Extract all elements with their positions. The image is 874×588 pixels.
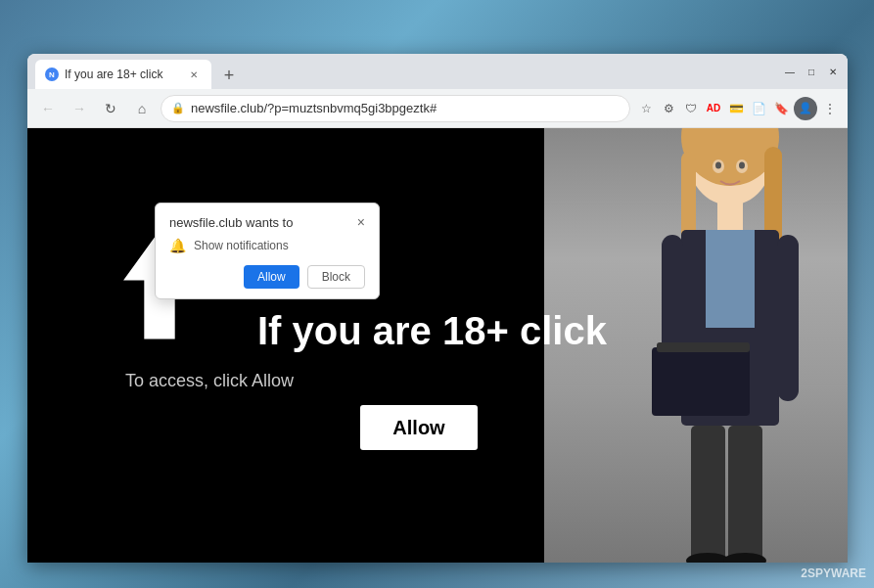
popup-buttons: Allow Block — [169, 265, 365, 289]
svg-rect-5 — [717, 201, 743, 230]
svg-rect-13 — [728, 426, 762, 563]
downloads-icon[interactable]: 📄 — [749, 99, 768, 118]
tab-area: N If you are 18+ click ✕ + — [35, 54, 783, 89]
refresh-button[interactable]: ↻ — [98, 96, 123, 121]
payments-icon[interactable]: 💳 — [726, 99, 746, 118]
tab-favicon: N — [45, 68, 59, 81]
browser-content: newsfile.club wants to × 🔔 Show notifica… — [27, 128, 848, 563]
window-controls: — □ ✕ — [783, 65, 840, 78]
url-text: newsfile.club/?p=muztsnbvmq5gi3bpgeztk# — [191, 101, 620, 115]
browser-window: N If you are 18+ click ✕ + — □ ✕ ← → ↻ ⌂… — [27, 54, 848, 563]
notification-popup: newsfile.club wants to × 🔔 Show notifica… — [155, 203, 380, 299]
bookmark-icon[interactable]: 🔖 — [771, 99, 791, 118]
navigation-bar: ← → ↻ ⌂ 🔒 newsfile.club/?p=muztsnbvmq5gi… — [27, 89, 848, 128]
popup-site-text: newsfile.club wants to — [169, 215, 293, 230]
forward-button[interactable]: → — [67, 96, 92, 121]
bell-icon: 🔔 — [169, 238, 186, 253]
popup-notification-text: Show notifications — [194, 239, 289, 252]
shield-icon[interactable]: 🛡 — [681, 99, 701, 118]
allow-notification-button[interactable]: Allow — [244, 265, 299, 289]
svg-point-19 — [739, 162, 745, 169]
page-subtext: To access, click Allow — [125, 371, 294, 391]
extensions-icon[interactable]: ⚙ — [659, 99, 678, 118]
block-notification-button[interactable]: Block — [307, 265, 365, 289]
toolbar-icons: ☆ ⚙ 🛡 AD 💳 📄 🔖 👤 ⋮ — [636, 97, 840, 120]
new-tab-button[interactable]: + — [215, 62, 243, 89]
tab-title: If you are 18+ click — [65, 68, 180, 81]
minimize-button[interactable]: — — [783, 65, 797, 78]
popup-notification-row: 🔔 Show notifications — [169, 238, 365, 253]
watermark: 2SPYWARE — [801, 566, 866, 580]
home-button[interactable]: ⌂ — [129, 96, 155, 121]
address-bar[interactable]: 🔒 newsfile.club/?p=muztsnbvmq5gi3bpgeztk… — [161, 95, 630, 122]
back-button[interactable]: ← — [35, 96, 61, 121]
page-headline: If you are 18+ click — [257, 309, 607, 353]
svg-rect-12 — [691, 426, 725, 563]
menu-button[interactable]: ⋮ — [820, 99, 840, 118]
star-icon[interactable]: ☆ — [636, 99, 656, 118]
maximize-button[interactable]: □ — [805, 65, 818, 78]
svg-rect-9 — [777, 235, 799, 401]
title-bar: N If you are 18+ click ✕ + — □ ✕ — [27, 54, 848, 89]
popup-header: newsfile.club wants to × — [169, 215, 365, 230]
svg-point-18 — [715, 162, 721, 169]
svg-rect-11 — [657, 342, 750, 352]
svg-rect-7 — [706, 230, 755, 328]
close-button[interactable]: ✕ — [826, 65, 840, 78]
profile-icon[interactable]: 👤 — [794, 97, 817, 120]
adblock-icon[interactable]: AD — [704, 99, 723, 118]
allow-button[interactable]: Allow — [360, 405, 478, 450]
lock-icon: 🔒 — [171, 102, 185, 114]
tab-close-button[interactable]: ✕ — [186, 67, 202, 82]
svg-rect-10 — [652, 347, 750, 416]
active-tab[interactable]: N If you are 18+ click ✕ — [35, 60, 211, 89]
popup-close-button[interactable]: × — [357, 215, 365, 229]
